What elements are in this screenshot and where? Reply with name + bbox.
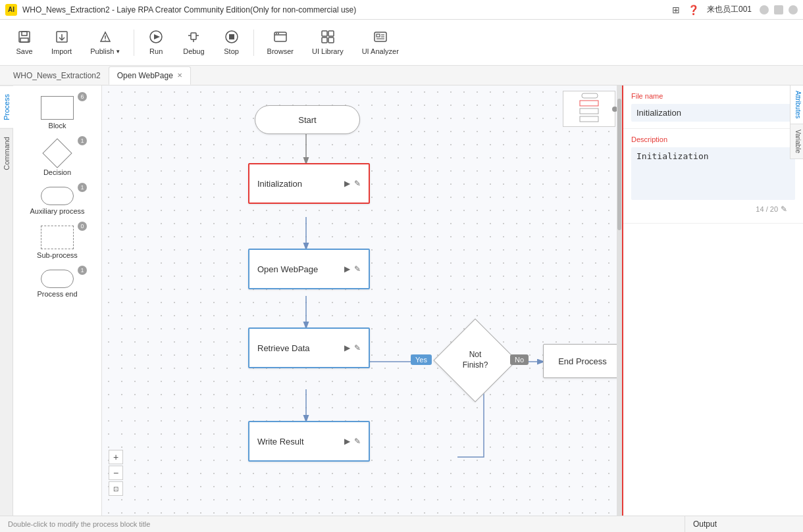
zoom-out-button[interactable]: − — [109, 466, 123, 480]
subprocess-badge: 0 — [78, 222, 87, 231]
initialization-edit-icon[interactable]: ✎ — [354, 179, 361, 188]
file-name-section: File name — [623, 85, 803, 129]
attributes-tab[interactable]: Attributes — [790, 85, 803, 124]
tab-close-icon[interactable]: ✕ — [177, 72, 182, 79]
debug-button[interactable]: Debug — [175, 26, 212, 59]
tab-main[interactable]: WHO_News_Extraction2 — [5, 66, 109, 85]
canvas-area[interactable]: Start Initialization ▶ ✎ Open WebPage ▶ … — [102, 85, 622, 516]
open-webpage-run-icon[interactable]: ▶ — [344, 264, 350, 274]
command-block[interactable]: 6 Block — [16, 91, 99, 135]
canvas-scrollbar[interactable] — [617, 85, 622, 516]
block-label: Block — [49, 122, 66, 130]
ui-analyzer-button[interactable]: UI Analyzer — [354, 26, 407, 59]
stop-label: Stop — [224, 47, 239, 55]
retrieve-data-edit-icon[interactable]: ✎ — [354, 343, 361, 352]
open-webpage-node-label: Open WebPage — [257, 264, 318, 274]
node-write-result[interactable]: Write Result ▶ ✎ — [248, 421, 370, 462]
title-bar: AI WHO_News_Extraction2 - Laiye RPA Crea… — [0, 0, 803, 20]
node-start[interactable]: Start — [255, 105, 360, 134]
open-webpage-edit-icon[interactable]: ✎ — [354, 264, 361, 274]
processend-label: Process end — [37, 290, 77, 298]
output-bar[interactable]: Output — [685, 516, 803, 532]
run-icon — [149, 30, 163, 46]
node-retrieve-data[interactable]: Retrieve Data ▶ ✎ — [248, 327, 370, 368]
save-button[interactable]: Save — [8, 26, 41, 59]
node-open-webpage[interactable]: Open WebPage ▶ ✎ — [248, 249, 370, 289]
svg-rect-25 — [376, 34, 380, 37]
toolbar: Save Import Publish ▼ Run Debug Stop — [0, 20, 803, 66]
svg-rect-36 — [580, 101, 598, 106]
subprocess-label: Sub-process — [37, 251, 78, 259]
zoom-in-button[interactable]: + — [109, 450, 123, 464]
grid-icon[interactable]: ⊞ — [672, 5, 680, 15]
svg-rect-38 — [580, 116, 598, 122]
initialization-run-icon[interactable]: ▶ — [344, 179, 350, 188]
write-result-run-icon[interactable]: ▶ — [344, 437, 350, 446]
import-label: Import — [51, 47, 72, 55]
end-process-node-shape: End Process — [543, 344, 622, 378]
command-processend[interactable]: 1 Process end — [16, 264, 99, 303]
block-shape-icon — [41, 96, 74, 120]
node-initialization[interactable]: Initialization ▶ ✎ — [248, 163, 370, 204]
description-section: Description 14 / 20 ✎ — [623, 129, 803, 224]
close-button[interactable]: ✕ — [789, 5, 798, 14]
browser-icon — [273, 30, 288, 46]
command-decision[interactable]: 1 Decision — [16, 135, 99, 181]
tab-main-label: WHO_News_Extraction2 — [13, 71, 101, 80]
ui-library-button[interactable]: UI Library — [304, 26, 351, 59]
import-icon — [55, 30, 69, 46]
decision-badge: 1 — [78, 136, 87, 145]
svg-rect-35 — [582, 93, 598, 98]
edit-icon[interactable]: ✎ — [781, 205, 787, 214]
canvas-scrollbar-thumb[interactable] — [617, 99, 621, 230]
minimap[interactable] — [563, 91, 615, 127]
auxiliary-label: Auxiliary process — [30, 207, 84, 215]
description-label: Description — [631, 135, 795, 143]
svg-rect-15 — [229, 34, 234, 39]
svg-rect-2 — [20, 38, 28, 42]
svg-rect-21 — [328, 31, 334, 36]
side-tab-command[interactable]: Command — [0, 128, 13, 178]
window-controls: — □ ✕ — [760, 5, 798, 14]
debug-label: Debug — [183, 47, 204, 55]
start-node-label: Start — [298, 115, 316, 125]
right-side-tabs: Attributes Variable — [790, 85, 803, 516]
retrieve-data-run-icon[interactable]: ▶ — [344, 343, 350, 352]
svg-point-19 — [278, 33, 279, 34]
svg-rect-1 — [22, 32, 27, 36]
command-panel: 6 Block 1 Decision 1 Auxiliary — [13, 85, 102, 516]
tab-sub-label: Open WebPage — [117, 71, 173, 80]
maximize-button[interactable]: □ — [774, 5, 783, 14]
zoom-fit-button[interactable]: ⊡ — [109, 481, 123, 496]
browser-button[interactable]: Browser — [259, 26, 301, 59]
stop-icon — [224, 30, 239, 46]
description-input[interactable] — [631, 147, 795, 200]
processend-shape-icon — [41, 270, 74, 288]
import-button[interactable]: Import — [43, 26, 80, 59]
variable-tab[interactable]: Variable — [790, 124, 803, 159]
side-tab-process[interactable]: Process — [0, 85, 13, 128]
end-process-node-label: End Process — [558, 356, 607, 366]
svg-rect-23 — [328, 37, 334, 43]
help-icon[interactable]: ❓ — [688, 5, 699, 15]
node-end-process[interactable]: End Process — [543, 344, 622, 378]
output-label: Output — [693, 520, 717, 529]
hint-text: Double-click to modify the process block… — [8, 520, 150, 528]
write-result-edit-icon[interactable]: ✎ — [354, 437, 361, 446]
window-title: WHO_News_Extraction2 - Laiye RPA Creator… — [22, 5, 356, 14]
command-subprocess[interactable]: 0 Sub-process — [16, 220, 99, 264]
svg-rect-10 — [191, 33, 196, 39]
run-button[interactable]: Run — [140, 26, 172, 59]
write-result-node-label: Write Result — [257, 437, 304, 447]
publish-button[interactable]: Publish ▼ — [82, 26, 128, 59]
user-label[interactable]: 来也员工001 — [707, 4, 752, 15]
left-side-panel: Process Command — [0, 85, 13, 516]
command-auxiliary[interactable]: 1 Auxiliary process — [16, 181, 99, 220]
node-decision[interactable]: NotFinish? — [446, 331, 509, 394]
minimize-button[interactable]: — — [760, 5, 769, 14]
file-name-input[interactable] — [631, 104, 795, 122]
stop-button[interactable]: Stop — [215, 26, 248, 59]
tab-sub[interactable]: Open WebPage ✕ — [109, 66, 191, 85]
publish-label: Publish ▼ — [90, 47, 120, 55]
no-connector-label: No — [510, 354, 529, 365]
